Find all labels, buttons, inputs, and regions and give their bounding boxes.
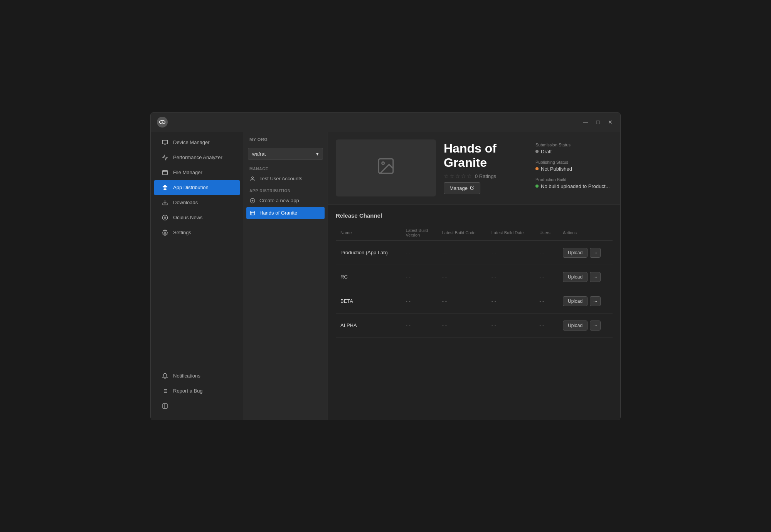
row-production-actions: Upload ··· — [558, 240, 613, 265]
sidebar-item-report-bug[interactable]: Report a Bug — [154, 384, 240, 398]
maximize-button[interactable]: □ — [594, 118, 602, 126]
content-area: Device Manager Performance Analyzer — [151, 132, 620, 420]
star-1: ☆ — [444, 173, 449, 179]
org-selector[interactable]: wafrat ▾ — [248, 148, 323, 160]
more-button-rc[interactable]: ··· — [590, 272, 601, 282]
app-status: Submission Status Draft Publishing Statu… — [535, 139, 613, 196]
sidebar-item-downloads[interactable]: Downloads — [154, 195, 240, 210]
performance-analyzer-label: Performance Analyzer — [173, 154, 222, 160]
sidebar-item-file-manager[interactable]: File Manager — [154, 165, 240, 180]
row-production-build-code: - - — [438, 240, 487, 265]
release-section: Release Channel Name Latest BuildVersion… — [328, 205, 620, 420]
sec-item-test-user-accounts[interactable]: Test User Accounts — [243, 173, 328, 185]
sidebar-item-device-manager[interactable]: Device Manager — [154, 135, 240, 150]
row-rc-users: - - — [535, 265, 558, 289]
performance-analyzer-icon — [162, 154, 168, 161]
app-info: Hands of Granite ☆ ☆ ☆ ☆ ☆ 0 Ratings Man… — [444, 139, 528, 196]
actions-cell-rc: Upload ··· — [563, 272, 608, 282]
more-button-production[interactable]: ··· — [590, 248, 601, 258]
sidebar-item-app-distribution[interactable]: App Distribution — [154, 180, 240, 195]
row-production-build-date: - - — [487, 240, 535, 265]
minimize-button[interactable]: — — [582, 118, 589, 126]
row-beta-build-version: - - — [401, 289, 438, 313]
more-button-beta[interactable]: ··· — [590, 296, 601, 306]
sec-item-create-new-app[interactable]: Create a new app — [243, 195, 328, 207]
app-ratings: ☆ ☆ ☆ ☆ ☆ 0 Ratings — [444, 173, 528, 179]
release-channel-table: Name Latest BuildVersion Latest Build Co… — [336, 225, 613, 338]
row-production-name: Production (App Lab) — [336, 240, 401, 265]
app-title: Hands of Granite — [444, 141, 528, 170]
upload-button-production[interactable]: Upload — [563, 248, 588, 258]
secondary-sidebar: My Org wafrat ▾ Manage Test User Account… — [243, 132, 328, 420]
upload-button-rc[interactable]: Upload — [563, 272, 588, 282]
publishing-status-label: Publishing Status — [535, 160, 613, 164]
hands-of-granite-label: Hands of Granite — [259, 210, 297, 216]
notifications-label: Notifications — [173, 373, 200, 379]
svg-point-1 — [162, 121, 163, 123]
sidebar-item-oculus-news[interactable]: Oculus News — [154, 210, 240, 225]
settings-icon — [162, 229, 168, 236]
table-row: BETA - - - - - - - - Upload ··· — [336, 289, 613, 313]
row-alpha-name: ALPHA — [336, 313, 401, 337]
report-bug-label: Report a Bug — [173, 388, 203, 394]
app-thumbnail — [336, 139, 436, 196]
create-new-app-icon — [249, 198, 256, 204]
sidebar-item-notifications[interactable]: Notifications — [154, 369, 240, 383]
more-button-alpha[interactable]: ··· — [590, 321, 601, 331]
test-user-accounts-label: Test User Accounts — [259, 176, 302, 181]
production-build-value: No build uploaded to Product... — [535, 183, 613, 189]
production-build-dot — [535, 185, 539, 188]
downloads-label: Downloads — [173, 200, 198, 205]
star-4: ☆ — [461, 173, 466, 179]
device-manager-label: Device Manager — [173, 139, 210, 145]
settings-label: Settings — [173, 230, 191, 235]
submission-status-label: Submission Status — [535, 143, 613, 147]
svg-rect-10 — [163, 404, 167, 408]
main-content: Hands of Granite ☆ ☆ ☆ ☆ ☆ 0 Ratings Man… — [328, 132, 620, 420]
svg-point-9 — [164, 232, 166, 233]
sidebar-item-performance-analyzer[interactable]: Performance Analyzer — [154, 150, 240, 165]
collapse-icon — [162, 403, 168, 409]
sidebar-nav: Device Manager Performance Analyzer — [151, 135, 243, 365]
actions-cell-alpha: Upload ··· — [563, 321, 608, 331]
actions-cell-beta: Upload ··· — [563, 296, 608, 306]
row-beta-build-date: - - — [487, 289, 535, 313]
downloads-icon — [162, 199, 168, 206]
row-rc-actions: Upload ··· — [558, 265, 613, 289]
create-new-app-label: Create a new app — [259, 198, 299, 203]
submission-status-dot — [535, 150, 539, 153]
table-row: ALPHA - - - - - - - - Upload ··· — [336, 313, 613, 337]
close-button[interactable]: ✕ — [606, 118, 614, 126]
svg-rect-2 — [162, 140, 167, 144]
star-3: ☆ — [455, 173, 460, 179]
secondary-sidebar-header: My Org — [243, 132, 328, 145]
row-production-users: - - — [535, 240, 558, 265]
sec-item-hands-of-granite[interactable]: Hands of Granite — [246, 207, 325, 219]
manage-btn-label: Manage — [449, 185, 468, 191]
svg-point-11 — [252, 176, 254, 178]
row-alpha-build-version: - - — [401, 313, 438, 337]
svg-point-8 — [164, 217, 166, 218]
app-header-card: Hands of Granite ☆ ☆ ☆ ☆ ☆ 0 Ratings Man… — [328, 132, 620, 205]
svg-point-17 — [382, 162, 384, 164]
test-user-accounts-icon — [249, 176, 256, 182]
sidebar-item-settings[interactable]: Settings — [154, 225, 240, 240]
row-rc-build-version: - - — [401, 265, 438, 289]
row-beta-build-code: - - — [438, 289, 487, 313]
upload-button-alpha[interactable]: Upload — [563, 321, 588, 331]
sidebar-bottom: Notifications Report a Bug — [151, 365, 243, 417]
ratings-count: 0 Ratings — [475, 173, 496, 179]
col-latest-build-code: Latest Build Code — [438, 225, 487, 241]
manage-external-link-icon — [470, 185, 475, 191]
oculus-news-icon — [162, 214, 168, 221]
svg-point-7 — [162, 215, 167, 220]
header-row: Name Latest BuildVersion Latest Build Co… — [336, 225, 613, 241]
svg-line-18 — [472, 186, 474, 188]
upload-button-beta[interactable]: Upload — [563, 296, 588, 306]
oculus-news-label: Oculus News — [173, 215, 203, 220]
row-rc-name: RC — [336, 265, 401, 289]
sidebar-item-collapse[interactable] — [154, 399, 240, 413]
manage-button[interactable]: Manage — [444, 182, 480, 194]
row-rc-build-date: - - — [487, 265, 535, 289]
row-alpha-users: - - — [535, 313, 558, 337]
